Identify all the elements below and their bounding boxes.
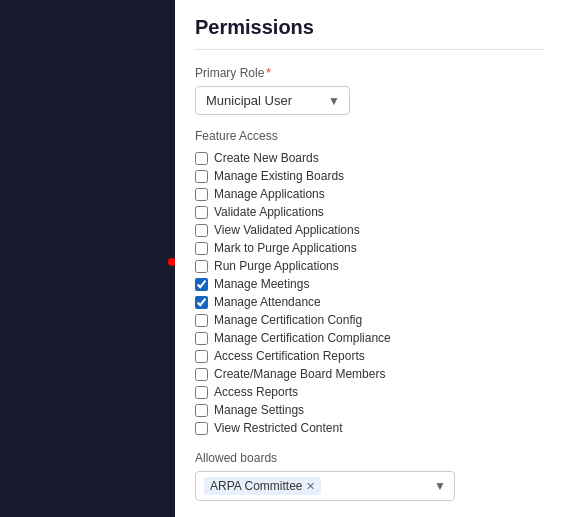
manage-attendance-label[interactable]: Manage Attendance [214,295,321,309]
manage-settings-label[interactable]: Manage Settings [214,403,304,417]
feature-access-label: Feature Access [195,129,543,143]
list-item: Manage Certification Config [195,313,543,327]
left-panel [0,0,175,517]
list-item: Manage Applications [195,187,543,201]
validate-applications-label[interactable]: Validate Applications [214,205,324,219]
create-manage-board-members-checkbox[interactable] [195,368,208,381]
access-reports-checkbox[interactable] [195,386,208,399]
allowed-boards-section: Allowed boards ARPA Committee ✕ ▼ [195,451,543,501]
run-purge-applications-checkbox[interactable] [195,260,208,273]
list-item: Manage Meetings [195,277,543,291]
manage-existing-boards-label[interactable]: Manage Existing Boards [214,169,344,183]
list-item: Run Purge Applications [195,259,543,273]
list-item: Access Reports [195,385,543,399]
run-purge-applications-label[interactable]: Run Purge Applications [214,259,339,273]
access-certification-reports-label[interactable]: Access Certification Reports [214,349,365,363]
feature-access-section: Feature Access Create New Boards Manage … [195,129,543,435]
list-item: Create New Boards [195,151,543,165]
manage-certification-compliance-label[interactable]: Manage Certification Compliance [214,331,391,345]
access-reports-label[interactable]: Access Reports [214,385,298,399]
role-select-wrapper[interactable]: Municipal User Admin Staff Guest ▼ [195,86,350,115]
manage-certification-compliance-checkbox[interactable] [195,332,208,345]
arpa-committee-tag: ARPA Committee ✕ [204,477,321,495]
required-star: * [266,66,271,80]
create-manage-board-members-label[interactable]: Create/Manage Board Members [214,367,385,381]
manage-applications-label[interactable]: Manage Applications [214,187,325,201]
main-content: Permissions Primary Role* Municipal User… [175,0,563,517]
arpa-committee-tag-label: ARPA Committee [210,479,302,493]
primary-role-section: Primary Role* Municipal User Admin Staff… [195,66,543,129]
manage-settings-checkbox[interactable] [195,404,208,417]
view-restricted-content-label[interactable]: View Restricted Content [214,421,343,435]
allowed-boards-label: Allowed boards [195,451,543,465]
manage-attendance-checkbox[interactable] [195,296,208,309]
list-item: Manage Certification Compliance [195,331,543,345]
list-item: Manage Settings [195,403,543,417]
access-certification-reports-checkbox[interactable] [195,350,208,363]
list-item: View Restricted Content [195,421,543,435]
list-item: Validate Applications [195,205,543,219]
list-item: Manage Attendance [195,295,543,309]
allowed-boards-select[interactable]: ARPA Committee ✕ ▼ [195,471,455,501]
mark-to-purge-applications-label[interactable]: Mark to Purge Applications [214,241,357,255]
manage-certification-config-label[interactable]: Manage Certification Config [214,313,362,327]
feature-access-list: Create New Boards Manage Existing Boards… [195,151,543,435]
manage-meetings-checkbox[interactable] [195,278,208,291]
manage-certification-config-checkbox[interactable] [195,314,208,327]
list-item: Mark to Purge Applications [195,241,543,255]
page-title: Permissions [195,16,543,50]
primary-role-label: Primary Role* [195,66,543,80]
list-item: View Validated Applications [195,223,543,237]
list-item: Access Certification Reports [195,349,543,363]
list-item: Manage Existing Boards [195,169,543,183]
validate-applications-checkbox[interactable] [195,206,208,219]
view-restricted-content-checkbox[interactable] [195,422,208,435]
view-validated-applications-checkbox[interactable] [195,224,208,237]
manage-existing-boards-checkbox[interactable] [195,170,208,183]
boards-dropdown-arrow-icon: ▼ [434,479,446,493]
view-validated-applications-label[interactable]: View Validated Applications [214,223,360,237]
manage-meetings-label[interactable]: Manage Meetings [214,277,309,291]
list-item: Create/Manage Board Members [195,367,543,381]
manage-applications-checkbox[interactable] [195,188,208,201]
arpa-committee-tag-close-icon[interactable]: ✕ [306,481,315,492]
mark-to-purge-applications-checkbox[interactable] [195,242,208,255]
create-new-boards-checkbox[interactable] [195,152,208,165]
create-new-boards-label[interactable]: Create New Boards [214,151,319,165]
primary-role-select[interactable]: Municipal User Admin Staff Guest [195,86,350,115]
